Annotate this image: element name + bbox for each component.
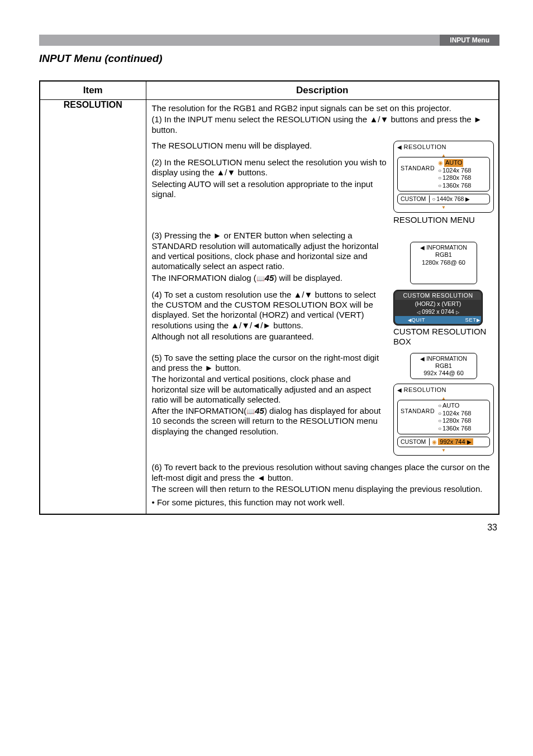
auto-option-2: AUTO: [438, 402, 471, 409]
resolution-menu-figure-1: RESOLUTION STANDARD AUTO 1024x 768 1280x…: [393, 141, 494, 226]
step4a: (4) To set a custom resolution use the ▲…: [152, 290, 388, 331]
book-icon-2: [246, 406, 255, 415]
custom-res-caption: CUSTOM RESOLUTION BOX: [393, 327, 494, 347]
info2-line1: RGB1: [415, 362, 472, 370]
res-menu-title: RESOLUTION: [397, 143, 490, 151]
resolution-table: Item Description RESOLUTION The resoluti…: [39, 80, 499, 515]
item-cell: RESOLUTION: [40, 100, 146, 514]
arrow-up-icon: [441, 151, 446, 159]
auto-option: AUTO: [444, 159, 463, 166]
step5a: (5) To save the setting place the cursor…: [152, 353, 388, 374]
res-menu2-title: RESOLUTION: [397, 386, 490, 394]
info2-hdr: INFORMATION: [415, 355, 472, 362]
res-menu-caption: RESOLUTION MENU: [393, 215, 494, 225]
step5b: The horizontal and vertical positions, c…: [152, 374, 388, 405]
standard-label: STANDARD: [401, 159, 435, 189]
custom-res-hdr: CUSTOM RESOLUTION: [395, 291, 481, 300]
custom-res-values: ◁ 0992 x 0744 ▷: [395, 308, 481, 316]
step4b: Although not all resolutions are guarant…: [152, 332, 388, 342]
desc-cell: The resolution for the RGB1 and RGB2 inp…: [146, 100, 499, 514]
page-title: INPUT Menu (continued): [39, 52, 499, 65]
book-icon: [256, 273, 265, 283]
res-1360: 1360x 768: [438, 182, 471, 189]
custom-label: CUSTOM: [401, 195, 426, 203]
col-desc: Description: [146, 81, 499, 100]
step1a: (1) In the INPUT menu select the RESOLUT…: [152, 114, 494, 135]
step1b: The RESOLUTION menu will be displayed.: [152, 141, 388, 151]
info-hdr: INFORMATION: [415, 244, 472, 251]
col-item: Item: [40, 81, 146, 100]
custom-label-2: CUSTOM: [401, 438, 426, 446]
arrow-up-icon-2: [441, 394, 446, 401]
arrow-down-icon: [441, 203, 446, 210]
info-line2: 1280x 768@ 60: [415, 259, 472, 266]
step2b: Selecting AUTO will set a resolution app…: [152, 179, 388, 200]
info-line1: RGB1: [415, 251, 472, 259]
res-1024: 1024x 768: [438, 167, 471, 174]
header-bar: INPUT Menu: [39, 35, 499, 46]
custom-res-val: 1440x 768: [429, 195, 470, 203]
step3a: (3) Pressing the ► or ENTER button when …: [152, 231, 388, 271]
bullet-note: • For some pictures, this function may n…: [152, 497, 494, 508]
step3b: The INFORMATION dialog (45) will be disp…: [152, 273, 388, 283]
info2-line2: 992x 744@ 60: [415, 370, 472, 377]
info-dialog-figure-1: INFORMATION RGB1 1280x 768@ 60: [393, 231, 494, 284]
set-label: SET▶: [438, 316, 481, 324]
arrow-down-icon-2: [441, 446, 446, 453]
custom-res-val-2: 992x 744: [438, 438, 473, 445]
intro-text: The resolution for the RGB1 and RGB2 inp…: [152, 103, 494, 113]
step2a: (2) In the RESOLUTION menu select the re…: [152, 157, 388, 178]
header-tab: INPUT Menu: [440, 35, 499, 46]
res2-1024: 1024x 768: [438, 410, 471, 417]
standard-label-2: STANDARD: [401, 402, 435, 432]
step6a: (6) To revert back to the previous resol…: [152, 462, 494, 483]
quit-label: ◀QUIT: [395, 316, 438, 324]
step6b: The screen will then return to the RESOL…: [152, 484, 494, 494]
res2-1280: 1280x 768: [438, 417, 471, 424]
custom-res-figure: CUSTOM RESOLUTION (HORZ) x (VERT) ◁ 0992…: [393, 290, 494, 347]
step5c: After the INFORMATION(45) dialog has dis…: [152, 406, 388, 437]
resolution-menu-figure-2: INFORMATION RGB1 992x 744@ 60 RESOLUTION…: [393, 353, 494, 458]
res2-1360: 1360x 768: [438, 425, 471, 432]
res-1280: 1280x 768: [438, 174, 471, 181]
custom-res-horz-vert: (HORZ) x (VERT): [395, 300, 481, 308]
page-number: 33: [39, 523, 499, 533]
